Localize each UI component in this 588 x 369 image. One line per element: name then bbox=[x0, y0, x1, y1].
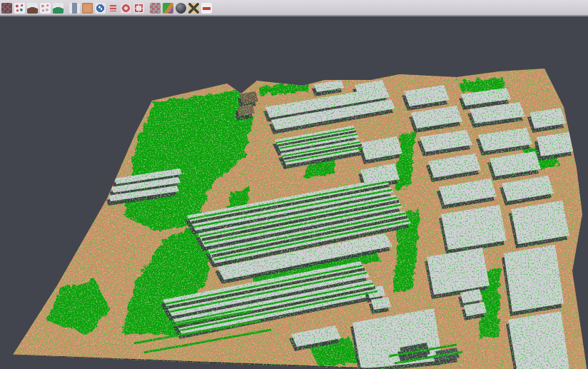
measure-flag-icon[interactable] bbox=[188, 3, 199, 14]
terrain-green-icon[interactable] bbox=[53, 3, 64, 14]
ortho-image-icon[interactable] bbox=[82, 3, 93, 14]
toolbar-group-1 bbox=[1, 3, 64, 14]
scatter-points-icon[interactable] bbox=[14, 3, 25, 14]
toolbar-group-3 bbox=[150, 3, 212, 14]
sphere-icon[interactable] bbox=[176, 3, 186, 14]
checker-grid-icon[interactable] bbox=[150, 3, 161, 14]
ruler-red-icon[interactable] bbox=[201, 3, 212, 14]
globe-icon[interactable] bbox=[95, 3, 106, 14]
terrain-brown-icon[interactable] bbox=[27, 3, 38, 14]
viewport-3d[interactable] bbox=[0, 15, 588, 369]
crop-brackets-icon[interactable] bbox=[133, 3, 144, 14]
target-ring-icon[interactable] bbox=[121, 3, 131, 14]
toolbar-group-2 bbox=[69, 3, 144, 14]
classification-map-icon[interactable] bbox=[163, 3, 173, 14]
point-cloud-scene bbox=[0, 15, 588, 369]
sparse-points-icon[interactable] bbox=[40, 3, 51, 14]
profile-layers-icon[interactable] bbox=[108, 3, 118, 14]
mesh-texture-icon[interactable] bbox=[1, 3, 12, 14]
toolbar bbox=[0, 0, 588, 16]
speckle-overlay bbox=[0, 15, 588, 369]
column-slab-icon[interactable] bbox=[69, 3, 80, 14]
